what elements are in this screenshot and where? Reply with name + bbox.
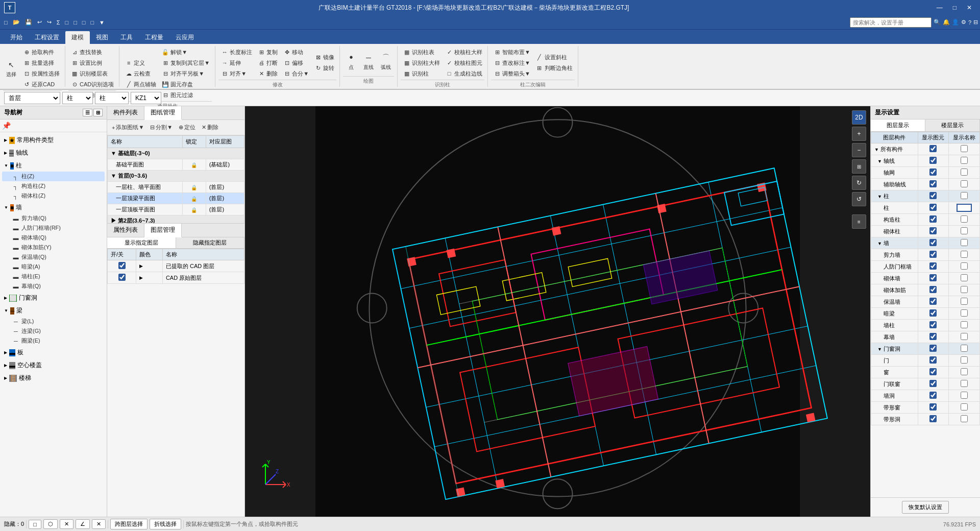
settings-icon[interactable]: ⚙: [961, 19, 966, 26]
btn-cross-floor[interactable]: 跨图层选择: [110, 519, 148, 529]
tab-show-layer[interactable]: 显示指定图层: [107, 237, 176, 248]
layer-onoff-1[interactable]: [108, 260, 136, 272]
nav-cat-common-header[interactable]: ▶ ★ 常用构件类型: [2, 134, 105, 146]
qb-redo[interactable]: ↪: [45, 18, 54, 27]
btn-layers-view[interactable]: ≡: [852, 214, 866, 229]
disp-name-defense-show[interactable]: [949, 261, 980, 273]
tab-hide-layer[interactable]: 隐藏指定图层: [176, 237, 245, 248]
cb-name-strip-hole[interactable]: [961, 415, 968, 422]
tab-start[interactable]: 开始: [4, 31, 29, 44]
cb-name-curtain[interactable]: [961, 333, 968, 340]
nav-item-construction-col[interactable]: ┐ 构造柱(Z): [2, 181, 105, 191]
tab-comp-list[interactable]: 构件列表: [107, 106, 144, 119]
btn-measure[interactable]: ✕: [92, 519, 106, 529]
nav-item-masonry-col[interactable]: ┐ 砌体柱(Z): [2, 191, 105, 201]
tab-quantity[interactable]: 工程量: [139, 31, 169, 44]
cb-show-door-window[interactable]: [929, 380, 937, 387]
tab-floor-display[interactable]: 楼层显示: [925, 119, 980, 131]
disp-show-const-col[interactable]: [918, 214, 949, 226]
disp-show-hidden-beam[interactable]: [918, 308, 949, 320]
nav-item-beam-l[interactable]: ─ 梁(L): [2, 317, 105, 326]
disp-show-door[interactable]: [918, 355, 949, 367]
nav-list-view[interactable]: ☰: [83, 109, 92, 116]
cb-name-all[interactable]: [961, 145, 968, 152]
disp-name-strip-window-show[interactable]: [949, 402, 980, 414]
col-name-input[interactable]: [957, 204, 972, 212]
disp-name-hidden-beam-show[interactable]: [949, 308, 980, 320]
disp-name-aux-show[interactable]: [949, 179, 980, 190]
expand-wall-disp[interactable]: ▼: [877, 241, 882, 246]
nav-pin-icon[interactable]: 📌: [2, 122, 11, 130]
close-btn[interactable]: ✕: [963, 3, 976, 12]
nav-item-column-z[interactable]: ┐ 柱(Z): [2, 172, 105, 181]
layer-checkbox-1[interactable]: [118, 262, 126, 269]
cb-show-const-col[interactable]: [929, 215, 937, 223]
disp-show-window[interactable]: [918, 367, 949, 378]
disp-show-door-group[interactable]: [918, 343, 949, 355]
nav-item-defense-wall[interactable]: ▬ 人防门框墙(RF): [2, 223, 105, 233]
nav-item-hidden-beam[interactable]: ▬ 暗梁(A): [2, 262, 105, 272]
disp-show-insulation[interactable]: [918, 296, 949, 308]
disp-name-insulation-show[interactable]: [949, 296, 980, 308]
tab-view[interactable]: 视图: [90, 31, 114, 44]
btn-2d-3d[interactable]: 2D: [852, 110, 866, 125]
disp-name-masonry-col-show[interactable]: [949, 226, 980, 237]
cb-show-defense[interactable]: [929, 262, 937, 270]
cb-name-aux[interactable]: [961, 180, 968, 187]
expand-all-icon[interactable]: ▼: [874, 147, 879, 152]
nav-cat-door-header[interactable]: ▶ ⬜ 门窗洞: [2, 292, 105, 304]
cb-name-hidden-beam[interactable]: [961, 309, 968, 317]
disp-name-masonry-wall-show[interactable]: [949, 273, 980, 284]
disp-show-col[interactable]: [918, 202, 949, 214]
qb-sum[interactable]: Σ: [55, 18, 62, 27]
nav-grid-view[interactable]: ⊞: [93, 109, 103, 116]
cb-show-all[interactable]: [929, 145, 937, 152]
component-subtype-selector[interactable]: 柱 构造柱 砌体柱: [95, 92, 129, 104]
nav-item-masonry-rib[interactable]: ▬ 砌体加筋(Y): [2, 243, 105, 252]
btn-split[interactable]: ⊟ 分割▼: [148, 122, 175, 133]
search-icon[interactable]: 🔍: [934, 19, 941, 26]
nav-cat-stair-header[interactable]: ▶ 🪜 楼梯: [2, 372, 105, 384]
disp-name-col-group-show[interactable]: [949, 190, 980, 202]
component-type-selector[interactable]: 柱 墙 梁: [62, 92, 93, 104]
btn-rotate-cw[interactable]: ↻: [852, 176, 866, 190]
btn-restore-defaults[interactable]: 恢复默认设置: [902, 501, 949, 514]
btn-offset[interactable]: ⊡偏移: [281, 58, 311, 68]
cb-show-wall-hole[interactable]: [929, 392, 937, 399]
floor-selector[interactable]: 首层 基础层(-3~0) 首层(0~3.6) 第2层(3.6~7.3): [4, 92, 60, 104]
cb-name-wall-col[interactable]: [961, 321, 968, 328]
btn-cad-options[interactable]: ⊙CAD识别选项: [68, 79, 116, 89]
expand-layer-2[interactable]: ▶: [139, 275, 143, 280]
nav-cat-beam-header[interactable]: ▼ ─ 梁: [2, 305, 105, 317]
cb-show-curtain[interactable]: [929, 333, 937, 340]
component-name-selector[interactable]: KZ1 KZ2: [131, 92, 161, 104]
cb-show-axis[interactable]: [929, 157, 937, 164]
tab-settings[interactable]: 工程设置: [29, 31, 65, 44]
tab-layer-display[interactable]: 图层显示: [871, 119, 925, 131]
btn-polygon-select[interactable]: ⬡: [43, 519, 58, 529]
nav-item-masonry-wall[interactable]: ▬ 砌体墙(Q): [2, 233, 105, 243]
btn-save-elem[interactable]: 💾圆元存盘: [159, 79, 212, 89]
disp-name-wall-col-show[interactable]: [949, 320, 980, 331]
disp-show-grid[interactable]: [918, 167, 949, 179]
tab-build[interactable]: 建模: [65, 31, 90, 44]
cb-name-door-group[interactable]: [961, 345, 968, 352]
btn-pickup[interactable]: ⊕拾取构件: [20, 47, 62, 57]
cb-name-door-window[interactable]: [961, 380, 968, 387]
cb-name-axis[interactable]: [961, 157, 968, 164]
disp-name-door-window-show[interactable]: [949, 378, 980, 390]
disp-show-masonry-col[interactable]: [918, 226, 949, 237]
cb-name-door[interactable]: [961, 356, 968, 364]
btn-aux-axis[interactable]: ╱两点辅轴: [122, 79, 158, 89]
cb-show-strip-hole[interactable]: [929, 415, 937, 422]
disp-show-col-group[interactable]: [918, 190, 949, 202]
btn-unlock[interactable]: 🔓解锁▼: [159, 47, 212, 57]
cb-show-window[interactable]: [929, 368, 937, 375]
qb-btn8[interactable]: □: [80, 18, 88, 27]
btn-find-replace[interactable]: ⊿查找替换: [68, 47, 116, 57]
btn-rotate[interactable]: ↻旋转: [312, 63, 336, 74]
qb-undo[interactable]: ↩: [35, 18, 44, 27]
nav-item-shear-wall[interactable]: ▬ 剪力墙(Q): [2, 213, 105, 223]
nav-cat-column-header[interactable]: ▼ ■ 柱: [2, 160, 105, 172]
expand-layer-1[interactable]: ▶: [139, 263, 143, 269]
